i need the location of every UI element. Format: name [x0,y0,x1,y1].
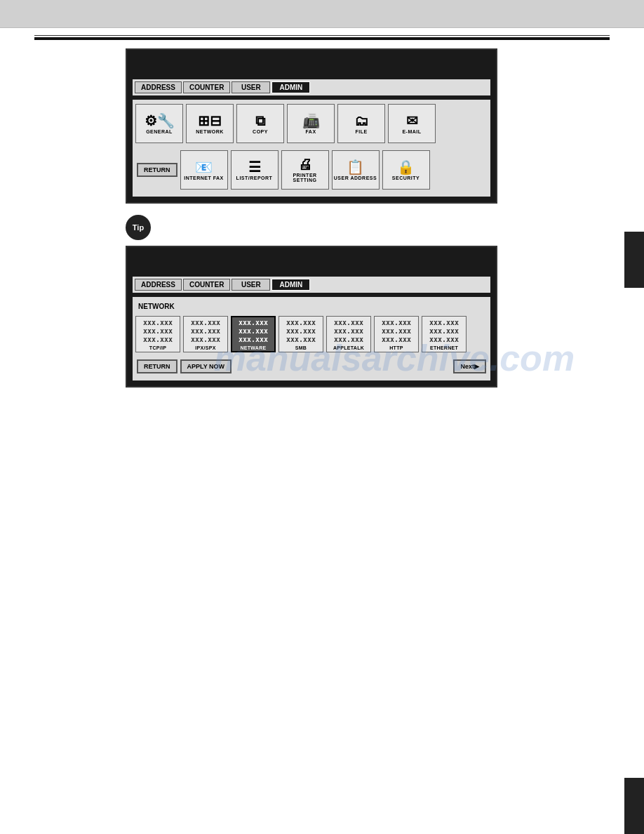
next-button[interactable]: Next▶ [453,359,486,373]
apply-now-button[interactable]: APPLY NOW [180,359,232,373]
copy-label: COPY [253,129,268,134]
internet-fax-icon: 📧 [195,160,213,174]
netware-label: NETWARE [240,345,266,350]
bottom-row-1: RETURN 📧 INTERNET FAX ☰ LIST/REPORT 🖨 PR… [135,147,488,192]
tab-counter-1[interactable]: COUNTER [183,81,230,93]
tab-counter-2[interactable]: COUNTER [183,279,230,291]
icon-printer-setting[interactable]: 🖨 PRINTER SETTING [281,150,329,190]
tcpip-label: TCP/IP [149,345,166,350]
file-icon: 🗂 [354,114,368,128]
net-icon-tcpip[interactable]: xxx.xxxxxx.xxxxxx.xxx TCP/IP [135,316,180,352]
network-section-label: NETWORK [135,301,488,312]
top-bar [0,0,644,28]
return-button-2[interactable]: RETURN [137,359,177,373]
general-label: GENERAL [146,129,173,134]
tab-admin-2[interactable]: ADMIN [271,279,310,291]
email-label: E-MAIL [402,129,421,134]
icon-file[interactable]: 🗂 FILE [337,104,385,143]
icon-row-1: ⚙🔧 GENERAL ⊞⊟ NETWORK ⧉ COPY 📠 FAX 🗂 [135,104,488,143]
netware-icon: xxx.xxxxxx.xxxxxx.xxx [239,319,268,344]
user-address-label: USER ADDRESS [334,176,377,180]
user-address-icon: 📋 [347,160,364,174]
net-icon-netware[interactable]: xxx.xxxxxx.xxxxxx.xxx NETWARE [231,316,276,352]
panel1-header [133,55,490,75]
appletalk-icon: xxx.xxxxxx.xxxxxx.xxx [334,319,363,344]
bottom-row-2: RETURN APPLY NOW Next▶ [135,357,488,376]
fax-icon: 📠 [302,114,320,128]
copy-icon: ⧉ [255,114,265,128]
ipxspx-label: IPX/SPX [195,345,215,350]
tab-address-2[interactable]: ADDRESS [135,279,182,291]
icon-network[interactable]: ⊞⊟ NETWORK [186,104,234,143]
ethernet-icon: xxx.xxxxxx.xxxxxx.xxx [429,319,459,344]
hr-thin-1 [34,35,610,36]
network-icon-row: xxx.xxxxxx.xxxxxx.xxx TCP/IP xxx.xxxxxx.… [135,316,488,352]
list-report-icon: ☰ [248,160,261,174]
icon-fax[interactable]: 📠 FAX [287,104,335,143]
icon-user-address[interactable]: 📋 USER ADDRESS [332,150,380,190]
main-content: ADDRESS COUNTER USER ADMIN ⚙🔧 GENERAL ⊞⊟… [34,35,610,413]
net-icon-ipxspx[interactable]: xxx.xxxxxx.xxxxxx.xxx IPX/SPX [183,316,228,352]
admin-panel-1: ADDRESS COUNTER USER ADMIN ⚙🔧 GENERAL ⊞⊟… [126,48,497,204]
hr-thick-1 [34,37,610,40]
smb-icon: xxx.xxxxxx.xxxxxx.xxx [286,319,316,344]
icon-grid-2: NETWORK xxx.xxxxxx.xxxxxx.xxx TCP/IP xxx… [133,297,490,380]
tab-bar-1: ADDRESS COUNTER USER ADMIN [133,79,490,95]
panel2-header [133,253,490,272]
network-label-icon: NETWORK [196,129,224,134]
printer-setting-icon: 🖨 [298,157,312,171]
icon-general[interactable]: ⚙🔧 GENERAL [135,104,183,143]
right-tab-top [624,232,644,288]
fax-label: FAX [305,129,316,134]
ipxspx-icon: xxx.xxxxxx.xxxxxx.xxx [191,319,220,344]
network-icon: ⊞⊟ [198,114,222,128]
tab-admin-1[interactable]: ADMIN [271,81,310,93]
general-icon: ⚙🔧 [145,114,175,128]
icon-grid-1: ⚙🔧 GENERAL ⊞⊟ NETWORK ⧉ COPY 📠 FAX 🗂 [133,100,490,197]
net-icon-ethernet[interactable]: xxx.xxxxxx.xxxxxx.xxx ETHERNET [422,316,467,352]
net-icon-http[interactable]: xxx.xxxxxx.xxxxxx.xxx HTTP [374,316,419,352]
tab-user-2[interactable]: USER [232,279,270,291]
tip-badge: Tip [126,215,151,240]
admin-panel-2: ADDRESS COUNTER USER ADMIN NETWORK xxx.x… [126,246,497,388]
icon-copy[interactable]: ⧉ COPY [236,104,284,143]
icon-list-report[interactable]: ☰ LIST/REPORT [231,150,279,190]
security-label: SECURITY [392,176,420,180]
appletalk-label: APPLETALK [333,345,364,350]
tab-bar-2: ADDRESS COUNTER USER ADMIN [133,277,490,293]
security-icon: 🔒 [397,160,415,174]
http-icon: xxx.xxxxxx.xxxxxx.xxx [382,319,411,344]
tab-user-1[interactable]: USER [232,81,270,93]
net-icon-appletalk[interactable]: xxx.xxxxxx.xxxxxx.xxx APPLETALK [326,316,371,352]
right-tab-bottom [624,778,644,834]
email-icon: ✉ [406,114,418,128]
tab-address-1[interactable]: ADDRESS [135,81,182,93]
internet-fax-label: INTERNET FAX [184,176,224,180]
printer-setting-label: PRINTER SETTING [282,173,328,183]
icon-security[interactable]: 🔒 SECURITY [382,150,430,190]
http-label: HTTP [389,345,403,350]
file-label: FILE [355,129,367,134]
icon-internet-fax[interactable]: 📧 INTERNET FAX [180,150,228,190]
ethernet-label: ETHERNET [430,345,458,350]
smb-label: SMB [295,345,307,350]
return-button-1[interactable]: RETURN [137,163,177,177]
icon-email[interactable]: ✉ E-MAIL [388,104,436,143]
net-icon-smb[interactable]: xxx.xxxxxx.xxxxxx.xxx SMB [279,316,323,352]
list-report-label: LIST/REPORT [236,176,273,180]
tcpip-icon: xxx.xxxxxx.xxxxxx.xxx [143,319,173,344]
